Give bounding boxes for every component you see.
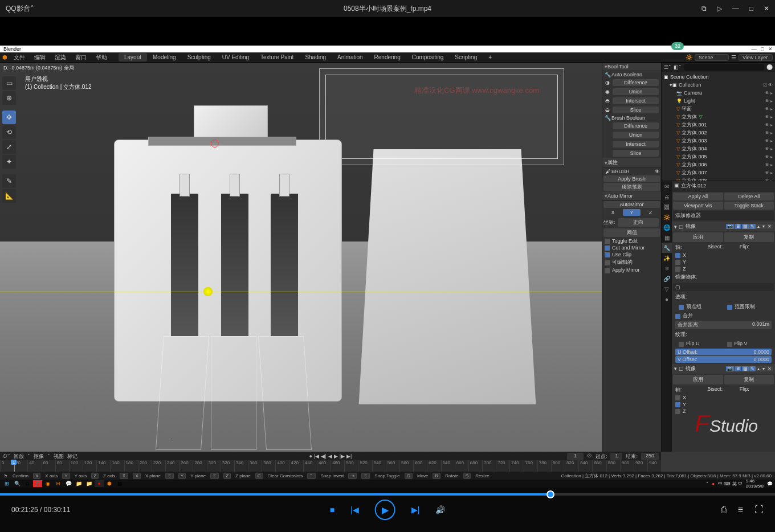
menu-window[interactable]: 窗口	[71, 54, 91, 62]
viewport-3d[interactable]: D: -0.04675m (0.04675m) 全局 用户透视 (1) Coll…	[0, 63, 602, 452]
axis-z[interactable]: Z	[672, 265, 775, 272]
obj-cube5[interactable]: 立方体.005	[682, 153, 707, 161]
breadcrumb-obj[interactable]: 立方体.012	[681, 183, 707, 189]
next-key-icon[interactable]: |▶	[340, 453, 345, 459]
prev-icon[interactable]: |◀	[350, 505, 359, 514]
start-icon[interactable]: ⊞	[2, 480, 11, 487]
prop-tab-object[interactable]: ▦	[662, 232, 672, 243]
chk-use-clip[interactable]: Use Clip	[602, 251, 661, 258]
taskview-icon[interactable]: ⧉	[23, 480, 32, 487]
btn-slice[interactable]: Slice	[613, 107, 659, 113]
obj-plane[interactable]: 平面	[682, 105, 692, 113]
btn-intersect[interactable]: Intersect	[613, 97, 659, 104]
app-houdini-icon[interactable]: H	[54, 480, 63, 487]
prop-tab-world[interactable]: 🌐	[662, 222, 672, 232]
tab-add[interactable]: +	[483, 53, 497, 62]
chk-range[interactable]: 范围限制	[724, 302, 772, 311]
tray-up-icon[interactable]: ˄	[706, 481, 708, 486]
btn-difference[interactable]: Difference	[613, 79, 659, 86]
obj-cube3[interactable]: 立方体.003	[682, 137, 707, 145]
btn-apply-brush[interactable]: Apply Brush	[603, 175, 660, 182]
chk-flipv[interactable]: Flip V	[724, 340, 772, 347]
prop-tab-particle[interactable]: ✨	[662, 253, 672, 263]
tab-rendering[interactable]: Rendering	[369, 53, 406, 62]
menu-help[interactable]: 帮助	[91, 54, 112, 62]
app-chat-icon[interactable]: 💬	[64, 480, 73, 487]
blender-logo-icon[interactable]: ⬢	[0, 54, 9, 60]
app-blender-icon[interactable]: ⬢	[105, 480, 114, 487]
btn-automirror[interactable]: AutoMirror	[603, 201, 660, 208]
btn-mod-copy2[interactable]: 复制	[724, 375, 774, 384]
obj-cube6[interactable]: 立方体.006	[682, 161, 707, 169]
sec-props[interactable]: 属性	[602, 158, 661, 168]
seekbar[interactable]	[0, 493, 775, 496]
search-icon[interactable]: 🔍	[13, 480, 22, 487]
playback-menu[interactable]: 回放	[14, 453, 24, 460]
btn-mod-copy[interactable]: 复制	[724, 232, 774, 242]
btn-remove-brush[interactable]: 移除笔刷	[603, 183, 660, 191]
marker-menu[interactable]: 标记	[67, 453, 78, 460]
timeline-track[interactable]: 0204060801001201401601802002202402602803…	[0, 460, 661, 472]
play-rev-icon[interactable]: ◀	[328, 453, 332, 459]
obj-cube4[interactable]: 立方体.004	[682, 145, 707, 153]
jump-start-icon[interactable]: |◀	[314, 453, 319, 459]
obj-camera[interactable]: Camera	[684, 90, 702, 96]
app-bandicam-icon[interactable]: ●	[95, 480, 104, 487]
play-icon[interactable]: ▶	[334, 453, 338, 459]
btn-viewport-vis[interactable]: Viewport Vis	[673, 202, 723, 210]
tool-select[interactable]: ▭	[2, 76, 16, 90]
viewlayer-field[interactable]: View Layer	[739, 54, 773, 61]
btn-mod-apply2[interactable]: 应用	[673, 375, 723, 384]
tool-scale[interactable]: ⤢	[2, 140, 16, 154]
share-icon[interactable]: ▷	[717, 5, 722, 13]
tool-annotate[interactable]: ✎	[2, 174, 16, 188]
modifier-mirror-2[interactable]: ▾▢镜像 📷🖥▦✎▴▾✕	[672, 364, 775, 374]
play-button[interactable]: ▶	[375, 500, 395, 520]
tab-anim[interactable]: Animation	[332, 53, 368, 62]
pip-icon[interactable]: ⧉	[701, 5, 707, 13]
autokey-icon[interactable]: ●	[309, 453, 312, 459]
blender-window-buttons[interactable]: — □ ✕	[752, 46, 773, 52]
collection[interactable]: Collection	[679, 82, 701, 88]
filter-icon[interactable]: ⚪	[766, 64, 773, 70]
chk-apply-mirror[interactable]: Apply Mirror	[602, 267, 661, 273]
obj-cube[interactable]: 立方体	[682, 113, 697, 121]
v-offset-field[interactable]: V Offset:0.0000	[675, 356, 772, 363]
outliner-display-icon[interactable]: ◧˅	[674, 64, 682, 70]
fullscreen-icon[interactable]: ⛶	[754, 505, 764, 515]
obj-cube8[interactable]: 立方体.008	[682, 177, 707, 182]
menu-file[interactable]: 文件	[9, 54, 30, 62]
tray-red-icon[interactable]: ●	[712, 481, 715, 486]
app-browser-icon[interactable]: ◉	[43, 480, 52, 487]
add-modifier-dropdown[interactable]: 添加修改器	[673, 211, 774, 220]
outliner-mode-icon[interactable]: ☰˅	[664, 64, 671, 70]
obj-cube1[interactable]: 立方体.001	[682, 121, 707, 129]
chk-flipu[interactable]: Flip U	[675, 340, 724, 347]
prop-tab-physics[interactable]: ⚛	[662, 263, 672, 273]
prop-tab-data[interactable]: ▽	[662, 284, 672, 294]
tab-uv[interactable]: UV Editing	[217, 53, 255, 62]
axis-selector[interactable]: X Y Z	[603, 209, 660, 216]
chk-editable[interactable]: 可编辑的	[602, 258, 661, 267]
tool-measure[interactable]: 📐	[2, 189, 16, 203]
modifier-mirror-1[interactable]: ▾▢镜像 📷🖥▦✎▴▾✕	[672, 222, 775, 231]
btn-bslice[interactable]: Slice	[613, 150, 659, 157]
menu-render[interactable]: 渲染	[50, 54, 71, 62]
prop-tab-view[interactable]: 🖼	[662, 202, 672, 212]
stop-icon[interactable]: ■	[330, 505, 335, 514]
start-frame[interactable]: 1	[610, 453, 622, 460]
prop-tab-constraint[interactable]: 🔗	[662, 273, 672, 284]
prop-tab-material[interactable]: ●	[662, 294, 672, 304]
tab-modeling[interactable]: Modeling	[147, 53, 182, 62]
axis-y[interactable]: Y	[672, 259, 775, 265]
tab-script[interactable]: Scripting	[449, 53, 483, 62]
next-icon[interactable]: ▶|	[411, 505, 420, 514]
prop-tab-modifier[interactable]: 🔧	[662, 243, 672, 253]
btn-mod-apply[interactable]: 应用	[673, 232, 723, 242]
btn-binter[interactable]: Intersect	[613, 141, 659, 148]
tray-notif-icon[interactable]: 💬	[767, 481, 773, 486]
tab-shading[interactable]: Shading	[299, 53, 332, 62]
current-frame[interactable]: 1	[567, 453, 584, 460]
playhead[interactable]	[14, 460, 15, 472]
btn-bunion[interactable]: Union	[613, 132, 659, 138]
